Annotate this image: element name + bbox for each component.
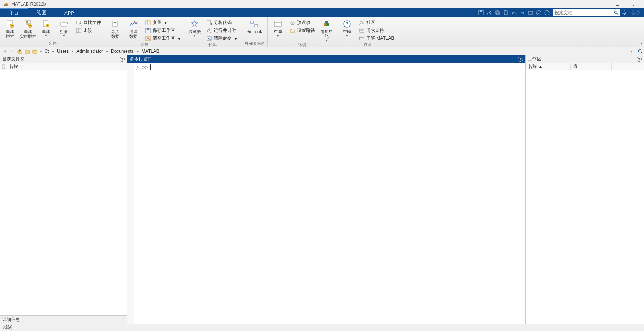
chevron-down-icon: ▼ [63,34,66,37]
close-button[interactable] [626,0,643,8]
new-button[interactable]: 新建 ▼ [38,18,54,37]
cut-icon[interactable] [485,9,493,17]
community-button[interactable]: 社区 [357,19,395,26]
redo-icon[interactable] [518,9,526,17]
help-circle-icon: ? [343,19,352,28]
minimize-button[interactable] [592,0,609,8]
doc-search-input[interactable] [553,10,613,15]
fx-button[interactable]: fx [136,64,140,322]
preferences-button[interactable]: 预设项 [288,19,316,26]
svg-line-18 [617,13,618,15]
chevron-right-icon[interactable]: ▸ [136,49,139,53]
ribbon-tabs: 主页 绘图 APP ? 登录 [0,8,644,17]
paste-icon[interactable] [502,9,510,17]
browse-folder-button[interactable] [24,48,31,55]
copy-icon[interactable] [493,9,502,17]
command-prompt: >> [142,64,148,322]
set-path-button[interactable]: 设置路径 [288,27,316,34]
path-search-button[interactable] [636,48,643,55]
svg-point-19 [624,14,625,15]
new-script-label: 新建 脚本 [6,29,14,39]
chevron-right-icon[interactable]: ▸ [39,49,42,53]
find-files-button[interactable]: 查找文件 [74,19,103,26]
new-icon [42,19,51,28]
command-window-body[interactable]: fx >> [134,63,525,324]
variable-menu-button[interactable]: 变量▾ [144,19,182,26]
tab-home[interactable]: 主页 [0,8,28,17]
find-files-icon [76,20,82,26]
favorites-button[interactable]: 收藏夹 ▼ [187,18,202,37]
chevron-right-icon[interactable]: ▸ [71,49,74,53]
chevron-down-icon: ▼ [276,34,279,37]
details-title: 详细信息 [2,316,20,323]
main-area: 当前文件夹 ▾ 名称▲ 详细信息 ˄ 命令行窗口 ▾ fx >> [0,55,644,324]
simulink-button[interactable]: Simulink [243,18,265,34]
request-support-button[interactable]: 请求支持 [357,27,395,34]
save-workspace-button[interactable]: 保存工作区 [144,27,182,34]
addons-button[interactable]: 附加功能 ▼ [319,18,334,42]
column-value[interactable]: 值 [571,63,612,70]
panel-menu-button[interactable]: ▾ [518,57,523,62]
sort-asc-icon: ▲ [538,64,543,69]
column-name[interactable]: 名称▲ [7,63,24,70]
learn-icon [359,36,365,42]
clear-commands-button[interactable]: 清除命令▾ [205,35,238,42]
set-path-icon [289,28,295,34]
ribbon-group-file: 新建 脚本 新建 实时脚本 新建 ▼ 打开 ▼ 查找文件 比较 文件 [0,17,105,47]
panel-menu-button[interactable]: ▾ [637,57,642,62]
chevron-right-icon[interactable]: ▸ [51,49,55,53]
chevron-up-icon[interactable]: ˄ [123,317,125,322]
layout-button[interactable]: 布局 ▼ [270,18,286,37]
workspace-body[interactable] [526,70,644,324]
breadcrumb-seg-3[interactable]: MATLAB [140,49,161,54]
breadcrumb-seg-1[interactable]: Administrator [75,49,105,54]
qat-dropdown-icon[interactable] [543,9,551,17]
undo-icon[interactable] [510,9,518,17]
clean-data-icon [129,19,138,28]
new-live-script-button[interactable]: 新建 实时脚本 [20,18,36,39]
open-label: 打开 [60,29,68,34]
svg-line-37 [81,25,82,26]
import-data-button[interactable]: 导入 数据 [108,18,123,39]
details-header[interactable]: 详细信息 ˄ [0,315,127,324]
search-icon[interactable] [613,10,620,15]
compare-button[interactable]: 比较 [74,27,103,34]
clear-workspace-button[interactable]: 清空工作区▾ [144,35,182,42]
tab-app[interactable]: APP [55,8,83,17]
doc-search[interactable] [553,9,620,16]
open-button[interactable]: 打开 ▼ [56,18,72,37]
forward-button[interactable] [9,48,16,55]
clean-data-label: 清理 数据 [129,29,138,39]
collapse-ribbon-button[interactable] [638,41,643,46]
command-window-header[interactable]: 命令行窗口 ▾ [127,55,525,63]
variable-icon [145,20,151,26]
help-icon[interactable]: ? [535,9,543,17]
current-folder-body[interactable] [0,70,127,315]
drive-icon[interactable] [31,48,38,55]
maximize-button[interactable] [609,0,626,8]
up-folder-button[interactable] [16,48,23,55]
breadcrumb-seg-2[interactable]: Documents [109,49,135,54]
panel-menu-button[interactable]: ▾ [120,57,125,62]
help-button[interactable]: ? 帮助 ▼ [339,18,355,37]
chevron-right-icon[interactable]: ▸ [105,49,109,53]
column-name[interactable]: 名称▲ [526,63,571,70]
run-and-time-button[interactable]: 运行并计时 [205,27,238,34]
learn-matlab-button[interactable]: 了解 MATLAB [357,35,395,42]
tab-plot[interactable]: 绘图 [28,8,55,17]
sort-asc-icon: ▲ [19,65,22,68]
breadcrumb-drive[interactable]: C: [43,49,51,54]
path-dropdown-button[interactable]: ▾ [628,48,635,55]
analyze-code-button[interactable]: 分析代码 [205,19,238,26]
login-label[interactable]: 登录 [628,10,643,16]
workspace-header[interactable]: 工作区 ▾ [526,55,644,63]
new-script-button[interactable]: 新建 脚本 [2,18,18,39]
back-button[interactable] [1,48,8,55]
notification-bell-icon[interactable] [620,9,628,17]
switch-window-icon[interactable] [526,9,535,17]
svg-rect-54 [251,21,254,23]
clean-data-button[interactable]: 清理 数据 [126,18,141,39]
breadcrumb-seg-0[interactable]: Users [55,49,70,54]
current-folder-header[interactable]: 当前文件夹 ▾ [0,55,127,63]
save-icon[interactable] [477,9,485,17]
